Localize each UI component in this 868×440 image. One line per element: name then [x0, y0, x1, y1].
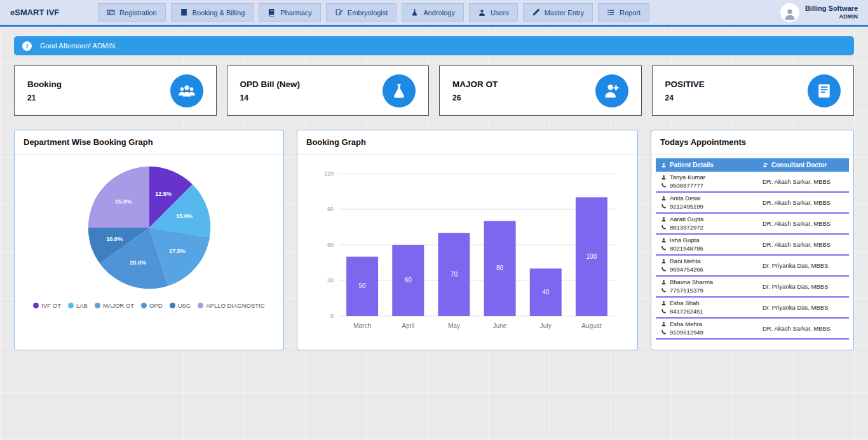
legend-item: USG	[170, 302, 191, 309]
bar-value: 80	[496, 265, 504, 272]
nav-item-master-entry[interactable]: Master Entry	[523, 3, 593, 22]
column-consultant-doctor: Consultant Doctor	[763, 162, 844, 168]
appointment-row[interactable]: Esha Shah 8417262451 Dr. Priyanka Das, M…	[656, 298, 849, 319]
x-axis-label: June	[493, 322, 507, 329]
department-pie-chart[interactable]: 12.5%15.0%17.5%20.0%10.0%25.0%	[85, 163, 214, 292]
stat-card-major-ot[interactable]: MAJOR OT 26	[439, 65, 642, 116]
booking-bar-chart[interactable]: 030609012050March60April70May80June40Jul…	[301, 157, 634, 345]
patient-name: Bhavna Sharma	[670, 278, 713, 285]
legend-label: MAJOR OT	[103, 302, 134, 309]
patient-phone: 9212495199	[670, 203, 703, 210]
x-axis-label: May	[448, 322, 460, 329]
appointments-rows: Tanya Kumar 9508877777 DR. Akash Sarkar,…	[656, 172, 849, 340]
legend-label: LAB	[76, 302, 88, 309]
stat-card-booking[interactable]: Booking 21	[14, 65, 217, 116]
y-axis-tick: 90	[327, 206, 334, 212]
phone-icon	[661, 287, 667, 293]
legend-item: MAJOR OT	[95, 302, 134, 309]
patient-name: Esha Shah	[670, 299, 699, 306]
pie-slice-value: 15.0%	[175, 213, 192, 219]
nav-item-label: Report	[620, 9, 641, 17]
nav-item-users[interactable]: Users	[469, 3, 518, 22]
flask-icon	[390, 82, 408, 100]
phone-icon	[661, 224, 667, 230]
stat-card-label: Booking	[27, 79, 62, 89]
doctor-column-label: Consultant Doctor	[771, 162, 827, 168]
flask-icon	[410, 8, 419, 17]
patient-icon	[661, 162, 667, 168]
stat-card-opd-bill-new[interactable]: OPD Bill (New) 14	[227, 65, 430, 116]
person-icon	[661, 258, 667, 264]
dashboard-page: eSMART IVF Registration Booking & Billin…	[0, 0, 868, 350]
user-app-name: Billing Software	[805, 4, 858, 13]
nav-item-booking-billing[interactable]: Booking & Billing	[171, 3, 254, 22]
avatar[interactable]	[780, 3, 799, 22]
main-nav: Registration Booking & Billing Pharmacy …	[98, 3, 780, 22]
bar-value: 100	[587, 253, 597, 260]
legend-dot	[198, 303, 203, 308]
report-list-icon	[607, 8, 615, 17]
nav-item-label: Andrology	[423, 9, 455, 17]
patient-phone: 9694754266	[670, 266, 703, 273]
patient-phone: 9508877777	[670, 182, 703, 189]
bar-value: 40	[542, 289, 550, 296]
user-text: Billing Software ADMIN	[805, 4, 858, 20]
user-box[interactable]: Billing Software ADMIN	[780, 3, 858, 22]
appointment-row[interactable]: Bhavna Sharma 7757515379 Dr. Priyanka Da…	[656, 277, 849, 298]
appointment-row[interactable]: Rani Mehta 9694754266 Dr. Priyanka Das, …	[656, 256, 849, 277]
appointment-row[interactable]: Esha Mehta 9109612949 DR. Akash Sarkar, …	[656, 319, 849, 340]
legend-dot	[170, 303, 175, 308]
department-booking-panel: Department Wise Booking Graph 12.5%15.0%…	[14, 130, 284, 350]
person-icon	[661, 321, 667, 327]
phone-icon	[661, 245, 667, 251]
appointments-panel: Todays Appointments Patient Details Cons…	[651, 130, 854, 350]
bar-value: 50	[359, 282, 367, 289]
nav-item-embryologist[interactable]: Embryologist	[326, 3, 397, 22]
book-icon	[268, 8, 276, 17]
x-axis-label: August	[581, 322, 601, 329]
consultant-doctor: DR. Akash Sarkar, MBBS	[763, 178, 844, 185]
patient-phone: 8021948786	[670, 245, 703, 252]
stat-card-positive[interactable]: POSITIVE 24	[652, 65, 855, 116]
consultant-doctor: DR. Akash Sarkar, MBBS	[763, 199, 844, 206]
patient-name: Esha Mehta	[670, 320, 702, 327]
patient-phone: 7757515379	[670, 287, 703, 294]
legend-item: OPD	[141, 302, 163, 309]
pie-slice-value: 10.0%	[106, 236, 123, 242]
appointment-row[interactable]: Anita Desai 9212495199 DR. Akash Sarkar,…	[656, 193, 849, 214]
patient-phone: 9109612949	[670, 329, 703, 336]
appointments-panel-title: Todays Appointments	[651, 130, 853, 155]
bar-panel-body: 030609012050March60April70May80June40Jul…	[297, 155, 637, 350]
nav-item-registration[interactable]: Registration	[98, 3, 166, 22]
greeting-banner: i Good Afternoon! ADMIN.	[14, 36, 854, 55]
legend-dot	[95, 303, 100, 308]
legend-dot	[141, 303, 147, 308]
consultant-doctor: DR. Akash Sarkar, MBBS	[763, 325, 844, 332]
pie-slice-apllo-diagnostic[interactable]	[88, 167, 149, 228]
appointments-table-header: Patient Details Consultant Doctor	[656, 158, 849, 172]
patient-name: Aarati Gupta	[670, 216, 703, 223]
legend-label: APLLO DIAGNOSTIC	[206, 302, 264, 309]
consultant-doctor: Dr. Priyanka Das, MBBS	[763, 283, 844, 290]
appointment-row[interactable]: Tanya Kumar 9508877777 DR. Akash Sarkar,…	[656, 172, 849, 193]
nav-item-andrology[interactable]: Andrology	[402, 3, 464, 22]
phone-icon	[661, 266, 667, 272]
legend-label: USG	[178, 302, 191, 309]
appointment-row[interactable]: Aarati Gupta 8813972972 DR. Akash Sarkar…	[656, 214, 849, 235]
phone-icon	[661, 329, 667, 335]
pie-slice-value: 17.5%	[168, 248, 185, 254]
nav-item-label: Pharmacy	[280, 9, 312, 17]
legend-dot	[33, 303, 39, 308]
appointments-body: Patient Details Consultant Doctor Tanya …	[651, 155, 853, 350]
bar-panel-title: Booking Graph	[297, 130, 637, 155]
person-icon	[478, 8, 486, 17]
appointment-row[interactable]: Isha Gupta 8021948786 DR. Akash Sarkar, …	[656, 235, 849, 256]
legend-item: LAB	[68, 302, 88, 309]
nav-item-pharmacy[interactable]: Pharmacy	[259, 3, 321, 22]
person-icon	[661, 279, 667, 285]
nav-item-label: Embryologist	[348, 9, 388, 17]
legend-item: APLLO DIAGNOSTIC	[198, 302, 264, 309]
legend-label: IVF OT	[41, 302, 61, 309]
nav-item-report[interactable]: Report	[598, 3, 649, 22]
app-title: eSMART IVF	[10, 8, 80, 17]
